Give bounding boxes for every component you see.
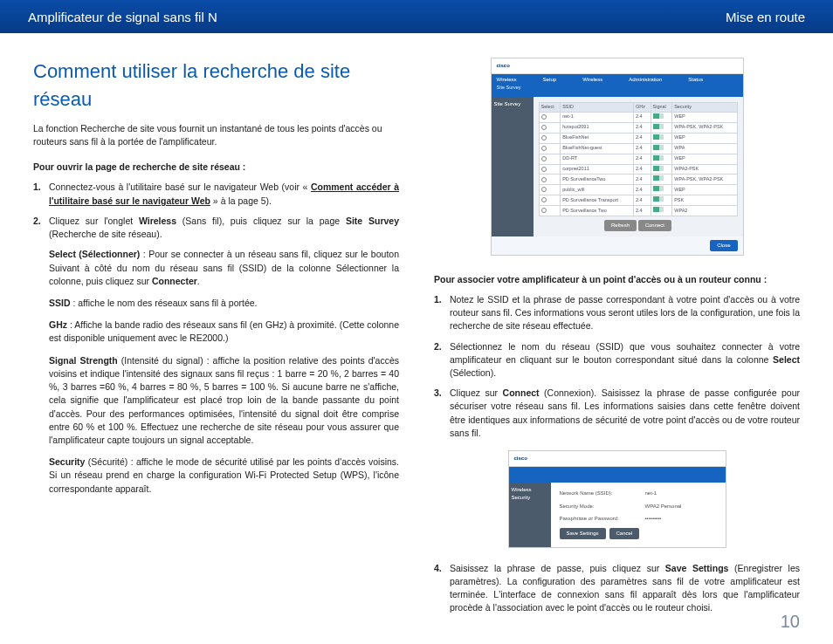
header-left: Amplificateur de signal sans fil N [28, 10, 217, 24]
step-number: 1. [33, 181, 49, 207]
radio-icon[interactable] [541, 125, 547, 130]
shot-tabs: Wireless Setup Wireless Administration S… [492, 74, 743, 97]
left-column: Comment utiliser la recherche de site ré… [33, 58, 399, 622]
shot2-brand: cisco [509, 451, 726, 467]
mode-field-label: Security Mode: [560, 503, 630, 510]
connect-button[interactable]: Connect [638, 220, 671, 231]
step2-c: (Sans fil), puis cliquez sur la page [176, 216, 346, 226]
table-row: PD Surveillance Transport2.4PSK [539, 195, 737, 206]
radio-icon[interactable] [541, 167, 547, 172]
step-number: 1. [434, 293, 450, 333]
survey-table: Select SSID GHz Signal Security net-12.4… [539, 102, 738, 217]
radio-icon[interactable] [541, 208, 547, 213]
signal-bars-icon [653, 124, 664, 129]
signal-bars-icon [653, 113, 664, 119]
close-button[interactable]: Close [710, 240, 737, 251]
refresh-button[interactable]: Refresh [604, 220, 637, 231]
radio-icon[interactable] [541, 114, 547, 120]
radio-icon[interactable] [541, 135, 547, 140]
step-1: 1. Connectez-vous à l'utilitaire basé su… [33, 181, 399, 207]
save-settings-button[interactable]: Save Settings [560, 528, 606, 539]
right-column: cisco Wireless Setup Wireless Administra… [434, 58, 800, 622]
def-ghz-label: GHz [49, 319, 67, 330]
table-row: net-12.4WEP [539, 112, 737, 122]
pass-field-label: Passphrase or Password: [560, 515, 630, 523]
shot-sidebar: Site Survey [492, 97, 534, 236]
table-row: DD-RT2.4WEP [539, 154, 737, 164]
r-step-4: 4. Saisissez la phrase de passe, puis cl… [434, 562, 800, 615]
def-ghz-text: : Affiche la bande radio des réseaux san… [49, 319, 399, 343]
signal-bars-icon [653, 196, 664, 202]
r3a: Cliquez sur [450, 387, 503, 398]
table-row: PD Surveillance Two2.4WPA2 [539, 206, 737, 216]
def-signal-text: (Intensité du signal) : affiche la posit… [49, 355, 399, 445]
signal-bars-icon [653, 166, 664, 171]
save-settings-label: Save Settings [665, 563, 729, 573]
page-header: Amplificateur de signal sans fil N Mise … [0, 0, 833, 33]
table-row: PD SurveillanceTwo2.4WPA-PSK, WPA2-PSK [539, 175, 737, 185]
shot2-banner [509, 467, 726, 483]
connect-label: Connecter [152, 276, 197, 286]
r-step-1: 1. Notez le SSID et la phrase de passe c… [434, 293, 800, 333]
def-security-label: Security [49, 456, 85, 467]
col-select: Select [539, 102, 561, 112]
r-step1-text: Notez le SSID et la phrase de passe corr… [450, 293, 800, 333]
procedure-heading-2: Pour associer votre amplificateur à un p… [434, 273, 800, 286]
signal-bars-icon [653, 207, 664, 212]
procedure-heading: Pour ouvrir la page de recherche de site… [33, 161, 399, 174]
ssid-field-value: net-1 [645, 490, 657, 497]
header-right: Mise en route [726, 10, 805, 24]
page-number: 10 [781, 612, 800, 632]
r-step-3: 3. Cliquez sur Connect (Connexion). Sais… [434, 387, 800, 440]
table-row: BlueFishNet2.4WEP [539, 133, 737, 143]
subtab: Site Survey [497, 85, 521, 92]
tab: Setup [543, 76, 557, 84]
step1-pre: Connectez-vous à l'utilitaire basé sur l… [49, 182, 311, 192]
wireless-label: Wireless [139, 216, 176, 226]
step-number: 3. [434, 387, 450, 440]
col-ghz: GHz [634, 102, 651, 112]
shot2-side: Wireless Security [509, 483, 551, 547]
connect-label: Connect [503, 387, 540, 398]
select-label: Select [773, 354, 800, 365]
tab: Administration [629, 76, 662, 84]
radio-icon[interactable] [541, 177, 547, 182]
signal-bars-icon [653, 134, 664, 140]
def-ssid-label: SSID [49, 298, 71, 308]
col-security: Security [672, 102, 737, 112]
step2-e: (Recherche de site réseau). [49, 229, 162, 239]
step-number: 2. [33, 215, 49, 241]
radio-icon[interactable] [541, 197, 547, 202]
table-row: public_wifi2.4WEP [539, 185, 737, 195]
definitions: Select (Sélectionner) : Pour se connecte… [33, 248, 399, 496]
radio-icon[interactable] [541, 187, 547, 192]
step-2: 2. Cliquez sur l'onglet Wireless (Sans f… [33, 215, 399, 241]
section-title: Comment utiliser la recherche de site ré… [33, 58, 399, 113]
table-row: BlueFishNet-guest2.4WPA [539, 143, 737, 154]
step2-a: Cliquez sur l'onglet [49, 216, 139, 226]
table-row: hotspot20912.4WPA-PSK, WPA2-PSK [539, 122, 737, 133]
signal-bars-icon [653, 155, 664, 161]
mode-field-value: WPA2 Personal [645, 503, 682, 510]
site-survey-screenshot: cisco Wireless Setup Wireless Administra… [491, 58, 744, 256]
radio-icon[interactable] [541, 146, 547, 151]
step-number: 2. [434, 340, 450, 380]
def-security-text: (Sécurité) : affiche le mode de sécurité… [49, 456, 399, 493]
step1-post: » à la page 5). [210, 195, 272, 206]
signal-bars-icon [653, 145, 664, 150]
ssid-field-label: Network Name (SSID): [560, 490, 630, 497]
r4a: Saisissez la phrase de passe, puis cliqu… [450, 563, 665, 573]
tab: Wireless [582, 76, 602, 84]
sitesurvey-label: Site Survey [346, 216, 399, 226]
radio-icon[interactable] [541, 156, 547, 161]
col-ssid: SSID [561, 102, 634, 112]
intro-text: La fonction Recherche de site vous fourn… [33, 122, 399, 148]
step-number: 4. [434, 562, 450, 615]
table-row: corpnet20112.4WPA2-PSK [539, 164, 737, 175]
def-ssid-text: : affiche le nom des réseaux sans fil à … [71, 298, 258, 308]
cancel-button[interactable]: Cancel [609, 528, 640, 539]
signal-bars-icon [653, 186, 664, 191]
signal-bars-icon [653, 175, 664, 181]
r2c: (Sélection). [450, 367, 496, 378]
def-signal-label: Signal Strength [49, 355, 118, 366]
